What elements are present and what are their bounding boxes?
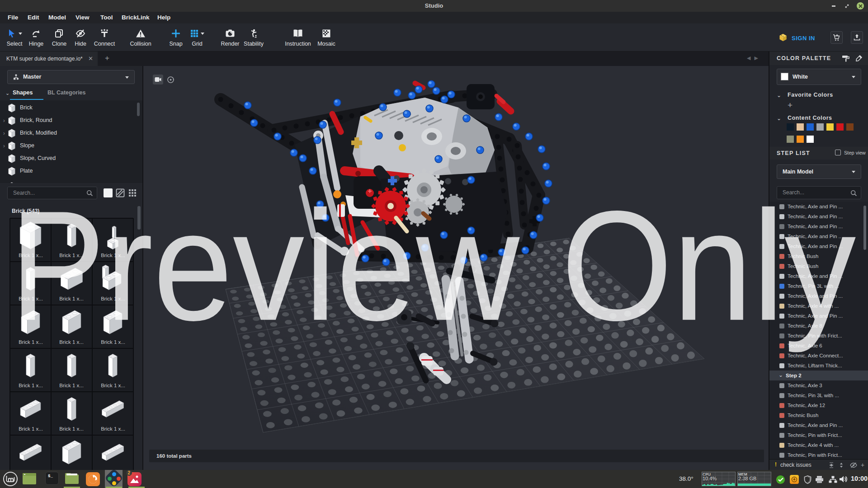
svg-text:Brick 1 x...: Brick 1 x... [101, 426, 125, 432]
svg-text:Brick 1 x...: Brick 1 x... [59, 339, 84, 345]
svg-text:Brick 1 x...: Brick 1 x... [101, 339, 125, 345]
svg-text:Brick 1 x...: Brick 1 x... [101, 383, 125, 388]
svg-text:Brick 1 x...: Brick 1 x... [19, 339, 43, 345]
svg-text:Brick 1 x...: Brick 1 x... [59, 253, 84, 258]
svg-text:Brick 1 x...: Brick 1 x... [59, 383, 84, 388]
svg-text:Brick 1 x...: Brick 1 x... [19, 426, 43, 432]
svg-text:Brick 1 x...: Brick 1 x... [59, 426, 84, 432]
svg-text:Brick 1 x...: Brick 1 x... [19, 253, 43, 258]
svg-text:Brick 1 x...: Brick 1 x... [59, 296, 84, 301]
svg-text:Brick 1 x...: Brick 1 x... [101, 296, 125, 301]
svg-text:Brick 1 x...: Brick 1 x... [101, 253, 125, 258]
svg-text:Brick 1 x...: Brick 1 x... [19, 383, 43, 388]
svg-text:Brick 1 x...: Brick 1 x... [19, 296, 43, 301]
